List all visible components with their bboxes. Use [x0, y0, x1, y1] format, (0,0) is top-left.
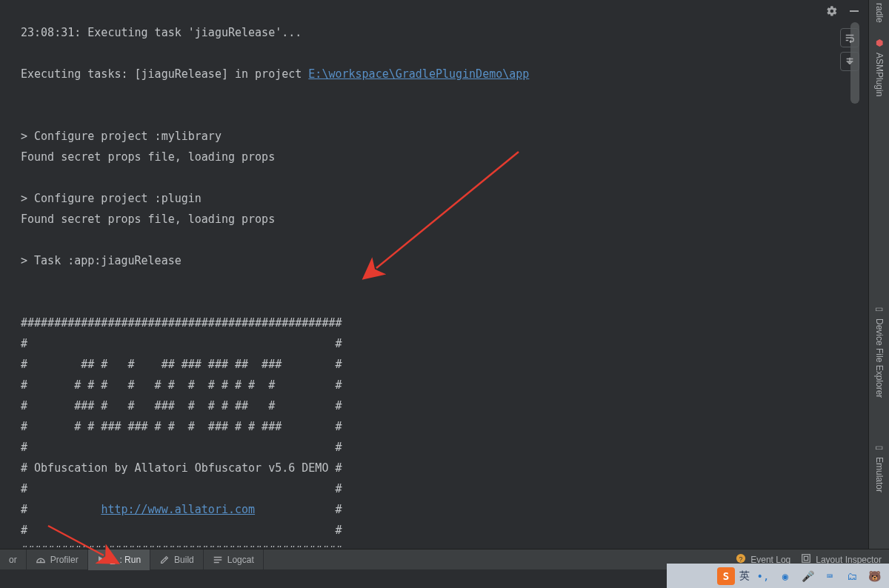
right-tool-window-stripe: radle ⬢ ASMPlugin ▭ Device File Explorer…: [868, 0, 889, 588]
ascii-box-art: # ## # # ## ### ### ## ### #: [21, 354, 849, 375]
tab-device-file-explorer-label: Device File Explorer: [874, 318, 885, 398]
ascii-box-about: # Obfuscation by Allatori Obfuscator v5.…: [21, 458, 849, 478]
console-line-empty: [21, 292, 849, 313]
emulator-icon: ▭: [874, 442, 885, 452]
device-icon: ▭: [874, 304, 885, 314]
project-path-link[interactable]: E:\workspace\GradlePluginDemo\app: [308, 67, 529, 81]
console-line-task: > Task :app:jiaguRelease: [21, 250, 849, 271]
tray-icon-2[interactable]: 🎤: [799, 567, 816, 585]
soft-wrap-icon[interactable]: [840, 28, 859, 47]
ascii-box-art: # ### # # ### # # # ## # #: [21, 395, 849, 416]
console-line-timestamp: 23:08:31: Executing task 'jiaguRelease'.…: [21, 22, 849, 43]
profiler-icon: [36, 555, 46, 565]
tray-icon-5[interactable]: 🐻: [865, 567, 883, 585]
ascii-box-art: # # # ### ### # # # ### # # ### #: [21, 416, 849, 437]
svg-rect-4: [805, 556, 808, 560]
tab-asm-plugin-label: ASMPlugin: [874, 53, 885, 96]
ascii-box-blank: # #: [21, 520, 849, 541]
gear-icon[interactable]: [825, 4, 839, 18]
tab-run-label: : Run: [119, 555, 141, 565]
tab-run[interactable]: 4: Run: [88, 549, 150, 570]
panel-title-controls: [825, 4, 861, 18]
console-line-executing-text: Executing tasks: [jiaguRelease] in proje…: [21, 67, 308, 81]
minimize-icon[interactable]: [848, 4, 861, 18]
tab-emulator[interactable]: ▭ Emulator: [871, 435, 888, 500]
ascii-box-url-post: #: [255, 503, 342, 516]
ascii-box-bot: ########################################…: [21, 541, 849, 547]
svg-rect-3: [802, 555, 810, 563]
tab-build-label: Build: [174, 555, 194, 565]
logcat-icon: [213, 555, 223, 565]
ime-lang-indicator[interactable]: 英: [739, 569, 750, 583]
tab-profiler[interactable]: Profiler: [27, 549, 88, 570]
console-line-empty: [21, 230, 849, 250]
console-line-empty: [21, 105, 849, 126]
console-line-configure-plugin: > Configure project :plugin: [21, 188, 849, 209]
console-output-panel: 23:08:31: Executing task 'jiaguRelease'.…: [0, 0, 867, 547]
sogou-ime-icon[interactable]: S: [717, 567, 735, 585]
tab-truncated[interactable]: or: [0, 549, 27, 570]
tray-icon-3[interactable]: ⌨: [821, 567, 839, 585]
tab-device-file-explorer[interactable]: ▭ Device File Explorer: [871, 296, 888, 405]
allatori-url-link[interactable]: http://www.allatori.com: [101, 503, 255, 516]
tab-run-number: 4: [110, 555, 116, 565]
scroll-to-end-icon[interactable]: [840, 52, 859, 71]
console-line-configure-mylibrary: > Configure project :mylibrary: [21, 126, 849, 147]
ascii-box-url-line: # http://www.allatori.com #: [21, 499, 849, 520]
console-toolbar: [840, 28, 859, 71]
console-line-executing: Executing tasks: [jiaguRelease] in proje…: [21, 64, 849, 84]
build-icon: [159, 555, 170, 565]
tray-icon-1[interactable]: ◉: [776, 567, 794, 585]
ascii-box-blank: # #: [21, 333, 849, 354]
ascii-box-blank: # #: [21, 437, 849, 458]
tab-gradle-label: radle: [874, 3, 885, 23]
console-line-empty: [21, 271, 849, 292]
ime-punct-icon[interactable]: •,: [754, 567, 772, 585]
console-line-empty: [21, 167, 849, 188]
console-line-empty: [21, 84, 849, 105]
ascii-box-art: # # # # # # # # # # # # # #: [21, 375, 849, 395]
svg-text:?: ?: [739, 555, 743, 563]
ascii-box-blank: # #: [21, 478, 849, 499]
tab-emulator-label: Emulator: [874, 457, 885, 492]
tab-profiler-label: Profiler: [50, 555, 79, 565]
tab-asm-plugin[interactable]: ⬢ ASMPlugin: [871, 30, 888, 104]
console-line-found-props: Found secret props file, loading props: [21, 209, 849, 230]
svg-rect-0: [850, 10, 859, 12]
tab-build[interactable]: Build: [150, 549, 204, 570]
tab-gradle[interactable]: radle: [871, 0, 888, 30]
tray-icon-4[interactable]: 🗂: [843, 567, 861, 585]
tab-logcat[interactable]: Logcat: [204, 549, 264, 570]
tab-truncated-label: or: [9, 555, 17, 565]
console-line-empty: [21, 43, 849, 64]
os-taskbar-overlay: S 英 •, ◉ 🎤 ⌨ 🗂 🐻: [667, 564, 889, 588]
ascii-box-url-pre: #: [21, 503, 101, 516]
console-line-found-props: Found secret props file, loading props: [21, 147, 849, 167]
ascii-box-top: ########################################…: [21, 313, 849, 333]
tab-logcat-label: Logcat: [227, 555, 254, 565]
plugin-icon: ⬢: [874, 38, 885, 48]
run-icon: [97, 555, 106, 564]
